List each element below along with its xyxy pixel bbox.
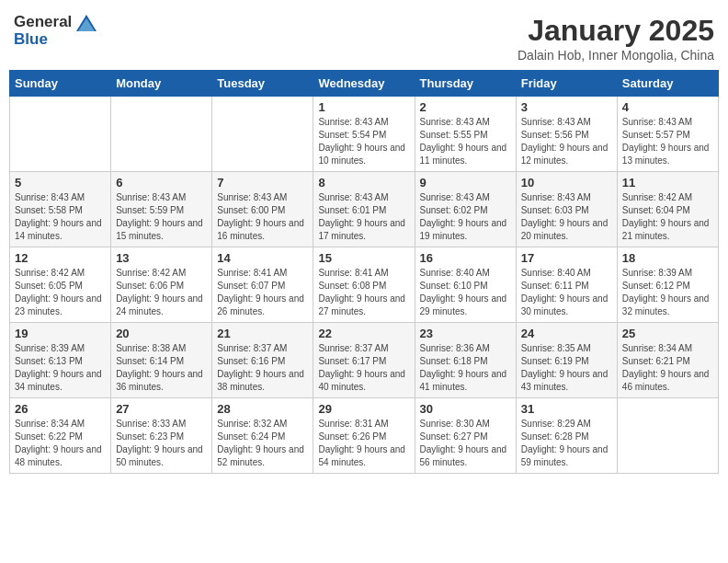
calendar-week-row: 19 Sunrise: 8:39 AMSunset: 6:13 PMDaylig… [10, 323, 719, 398]
day-info: Sunrise: 8:31 AMSunset: 6:26 PMDaylight:… [318, 419, 405, 467]
day-number: 4 [622, 100, 713, 114]
day-number: 19 [15, 327, 106, 340]
calendar-day-cell-11: 11 Sunrise: 8:42 AMSunset: 6:04 PMDaylig… [617, 172, 718, 247]
day-number: 1 [318, 100, 409, 114]
day-info: Sunrise: 8:41 AMSunset: 6:07 PMDaylight:… [217, 268, 304, 316]
day-info: Sunrise: 8:32 AMSunset: 6:24 PMDaylight:… [217, 419, 304, 467]
calendar-table: SundayMondayTuesdayWednesdayThursdayFrid… [9, 70, 719, 474]
day-info: Sunrise: 8:42 AMSunset: 6:06 PMDaylight:… [116, 268, 203, 316]
day-info: Sunrise: 8:30 AMSunset: 6:27 PMDaylight:… [420, 419, 507, 467]
day-number: 9 [420, 176, 511, 190]
day-info: Sunrise: 8:43 AMSunset: 5:59 PMDaylight:… [116, 192, 203, 241]
day-number: 7 [217, 176, 308, 190]
calendar-day-cell-30: 30 Sunrise: 8:30 AMSunset: 6:27 PMDaylig… [415, 398, 516, 474]
calendar-day-cell-20: 20 Sunrise: 8:38 AMSunset: 6:14 PMDaylig… [111, 323, 212, 398]
day-number: 26 [15, 402, 106, 416]
day-number: 21 [217, 327, 308, 340]
day-number: 25 [622, 327, 713, 340]
logo: General Blue [14, 14, 97, 48]
calendar-day-cell-4: 4 Sunrise: 8:43 AMSunset: 5:57 PMDayligh… [617, 97, 718, 172]
day-number: 14 [217, 251, 308, 265]
calendar-day-cell-10: 10 Sunrise: 8:43 AMSunset: 6:03 PMDaylig… [516, 172, 617, 247]
calendar-day-cell-5: 5 Sunrise: 8:43 AMSunset: 5:58 PMDayligh… [10, 172, 111, 247]
calendar-day-cell-14: 14 Sunrise: 8:41 AMSunset: 6:07 PMDaylig… [212, 247, 313, 323]
day-number: 17 [521, 251, 612, 265]
calendar-subtitle: Dalain Hob, Inner Mongolia, China [518, 48, 714, 63]
calendar-week-row: 12 Sunrise: 8:42 AMSunset: 6:05 PMDaylig… [10, 247, 719, 323]
calendar-week-row: 5 Sunrise: 8:43 AMSunset: 5:58 PMDayligh… [10, 172, 719, 247]
day-info: Sunrise: 8:40 AMSunset: 6:11 PMDaylight:… [521, 268, 609, 316]
day-info: Sunrise: 8:43 AMSunset: 5:54 PMDaylight:… [318, 117, 405, 166]
day-info: Sunrise: 8:33 AMSunset: 6:23 PMDaylight:… [116, 419, 203, 467]
day-info: Sunrise: 8:43 AMSunset: 6:02 PMDaylight:… [420, 192, 507, 241]
day-info: Sunrise: 8:39 AMSunset: 6:12 PMDaylight:… [622, 268, 710, 316]
day-info: Sunrise: 8:39 AMSunset: 6:13 PMDaylight:… [15, 343, 102, 392]
day-info: Sunrise: 8:43 AMSunset: 5:55 PMDaylight:… [420, 117, 507, 166]
day-info: Sunrise: 8:43 AMSunset: 6:00 PMDaylight:… [217, 192, 304, 241]
day-info: Sunrise: 8:43 AMSunset: 6:03 PMDaylight:… [521, 192, 609, 241]
calendar-day-cell-8: 8 Sunrise: 8:43 AMSunset: 6:01 PMDayligh… [313, 172, 415, 247]
day-number: 15 [318, 251, 409, 265]
day-number: 13 [116, 251, 207, 265]
weekday-header-tuesday: Tuesday [212, 71, 313, 97]
weekday-header-row: SundayMondayTuesdayWednesdayThursdayFrid… [10, 71, 719, 97]
calendar-day-cell-15: 15 Sunrise: 8:41 AMSunset: 6:08 PMDaylig… [313, 247, 415, 323]
day-info: Sunrise: 8:41 AMSunset: 6:08 PMDaylight:… [318, 268, 405, 316]
day-number: 22 [318, 327, 409, 340]
day-info: Sunrise: 8:36 AMSunset: 6:18 PMDaylight:… [420, 343, 507, 392]
day-info: Sunrise: 8:43 AMSunset: 5:57 PMDaylight:… [622, 117, 710, 166]
weekday-header-monday: Monday [111, 71, 212, 97]
day-info: Sunrise: 8:43 AMSunset: 5:58 PMDaylight:… [15, 192, 102, 241]
calendar-week-row: 1 Sunrise: 8:43 AMSunset: 5:54 PMDayligh… [10, 97, 719, 172]
empty-day-cell [212, 97, 313, 172]
calendar-day-cell-9: 9 Sunrise: 8:43 AMSunset: 6:02 PMDayligh… [415, 172, 516, 247]
day-info: Sunrise: 8:42 AMSunset: 6:04 PMDaylight:… [622, 192, 710, 241]
calendar-day-cell-12: 12 Sunrise: 8:42 AMSunset: 6:05 PMDaylig… [10, 247, 111, 323]
day-number: 30 [420, 402, 511, 416]
day-number: 16 [420, 251, 511, 265]
calendar-day-cell-22: 22 Sunrise: 8:37 AMSunset: 6:17 PMDaylig… [313, 323, 415, 398]
weekday-header-friday: Friday [516, 71, 617, 97]
day-info: Sunrise: 8:40 AMSunset: 6:10 PMDaylight:… [420, 268, 507, 316]
day-number: 31 [521, 402, 612, 416]
calendar-day-cell-26: 26 Sunrise: 8:34 AMSunset: 6:22 PMDaylig… [10, 398, 111, 474]
empty-day-cell [10, 97, 111, 172]
day-number: 2 [420, 100, 511, 114]
day-number: 27 [116, 402, 207, 416]
day-number: 5 [15, 176, 106, 190]
day-info: Sunrise: 8:34 AMSunset: 6:22 PMDaylight:… [15, 419, 102, 467]
calendar-day-cell-7: 7 Sunrise: 8:43 AMSunset: 6:00 PMDayligh… [212, 172, 313, 247]
weekday-header-sunday: Sunday [10, 71, 111, 97]
calendar-day-cell-25: 25 Sunrise: 8:34 AMSunset: 6:21 PMDaylig… [617, 323, 718, 398]
day-number: 6 [116, 176, 207, 190]
calendar-day-cell-21: 21 Sunrise: 8:37 AMSunset: 6:16 PMDaylig… [212, 323, 313, 398]
day-info: Sunrise: 8:35 AMSunset: 6:19 PMDaylight:… [521, 343, 609, 392]
calendar-day-cell-28: 28 Sunrise: 8:32 AMSunset: 6:24 PMDaylig… [212, 398, 313, 474]
calendar-day-cell-19: 19 Sunrise: 8:39 AMSunset: 6:13 PMDaylig… [10, 323, 111, 398]
calendar-day-cell-1: 1 Sunrise: 8:43 AMSunset: 5:54 PMDayligh… [313, 97, 415, 172]
empty-day-cell [617, 398, 718, 474]
day-info: Sunrise: 8:43 AMSunset: 6:01 PMDaylight:… [318, 192, 405, 241]
day-number: 11 [622, 176, 713, 190]
page-header: General Blue January 2025 Dalain Hob, In… [9, 9, 719, 63]
calendar-day-cell-27: 27 Sunrise: 8:33 AMSunset: 6:23 PMDaylig… [111, 398, 212, 474]
day-number: 28 [217, 402, 308, 416]
weekday-header-thursday: Thursday [415, 71, 516, 97]
day-number: 23 [420, 327, 511, 340]
day-number: 3 [521, 100, 612, 114]
day-info: Sunrise: 8:37 AMSunset: 6:16 PMDaylight:… [217, 343, 304, 392]
day-info: Sunrise: 8:38 AMSunset: 6:14 PMDaylight:… [116, 343, 203, 392]
calendar-day-cell-17: 17 Sunrise: 8:40 AMSunset: 6:11 PMDaylig… [516, 247, 617, 323]
calendar-day-cell-18: 18 Sunrise: 8:39 AMSunset: 6:12 PMDaylig… [617, 247, 718, 323]
calendar-day-cell-2: 2 Sunrise: 8:43 AMSunset: 5:55 PMDayligh… [415, 97, 516, 172]
day-number: 20 [116, 327, 207, 340]
calendar-day-cell-6: 6 Sunrise: 8:43 AMSunset: 5:59 PMDayligh… [111, 172, 212, 247]
empty-day-cell [111, 97, 212, 172]
logo-blue: Blue [14, 31, 97, 49]
day-number: 29 [318, 402, 409, 416]
calendar-day-cell-16: 16 Sunrise: 8:40 AMSunset: 6:10 PMDaylig… [415, 247, 516, 323]
day-number: 10 [521, 176, 612, 190]
day-number: 24 [521, 327, 612, 340]
calendar-title-section: January 2025 Dalain Hob, Inner Mongolia,… [518, 14, 714, 63]
calendar-day-cell-3: 3 Sunrise: 8:43 AMSunset: 5:56 PMDayligh… [516, 97, 617, 172]
